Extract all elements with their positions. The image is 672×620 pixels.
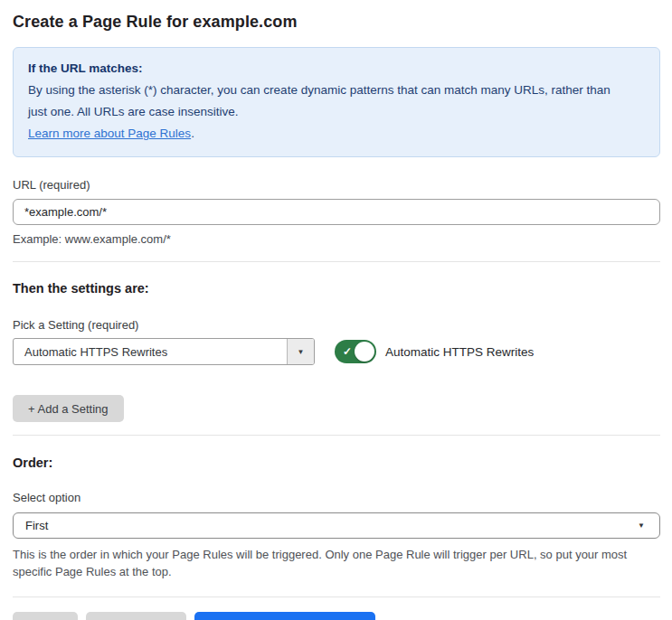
order-select[interactable]: First ▼ — [13, 512, 660, 539]
info-box-heading: If the URL matches: — [28, 58, 645, 80]
save-as-draft-button[interactable]: Save as Draft — [86, 612, 186, 620]
url-matches-info-box: If the URL matches: By using the asteris… — [13, 47, 660, 157]
divider — [13, 261, 660, 262]
divider — [13, 597, 660, 597]
setting-toggle[interactable]: ✓ — [335, 340, 376, 363]
cancel-button[interactable]: Cancel — [13, 612, 78, 620]
chevron-down-icon: ▼ — [638, 521, 645, 530]
setting-toggle-label: Automatic HTTPS Rewrites — [385, 345, 534, 359]
url-label: URL (required) — [13, 178, 660, 192]
create-page-rule-form: Create a Page Rule for example.com If th… — [0, 0, 672, 620]
page-title: Create a Page Rule for example.com — [13, 13, 660, 32]
pick-setting-label: Pick a Setting (required) — [13, 318, 660, 332]
setting-select-value: Automatic HTTPS Rewrites — [14, 339, 287, 364]
settings-section-heading: Then the settings are: — [13, 281, 660, 296]
url-example-text: Example: www.example.com/* — [13, 232, 660, 246]
learn-more-link[interactable]: Learn more about Page Rules — [28, 127, 191, 140]
url-input[interactable] — [13, 199, 660, 225]
setting-row: Automatic HTTPS Rewrites ▼ ✓ Automatic H… — [13, 338, 660, 365]
order-select-label: Select option — [13, 491, 660, 504]
add-setting-button[interactable]: + Add a Setting — [13, 395, 124, 422]
divider — [13, 435, 660, 436]
info-box-link-line: Learn more about Page Rules. — [28, 123, 645, 145]
chevron-down-icon: ▼ — [287, 339, 314, 364]
footer-buttons: Cancel Save as Draft Save and Deploy Pag… — [13, 612, 660, 620]
toggle-knob — [355, 342, 374, 362]
save-and-deploy-button[interactable]: Save and Deploy Page Rule — [194, 612, 374, 620]
setting-select[interactable]: Automatic HTTPS Rewrites ▼ — [13, 338, 315, 365]
order-section-heading: Order: — [13, 456, 660, 470]
check-icon: ✓ — [343, 346, 352, 357]
order-help-text: This is the order in which your Page Rul… — [13, 546, 646, 580]
info-box-body: By using the asterisk (*) character, you… — [28, 80, 620, 123]
order-select-value: First — [25, 519, 48, 532]
link-suffix: . — [191, 127, 194, 140]
